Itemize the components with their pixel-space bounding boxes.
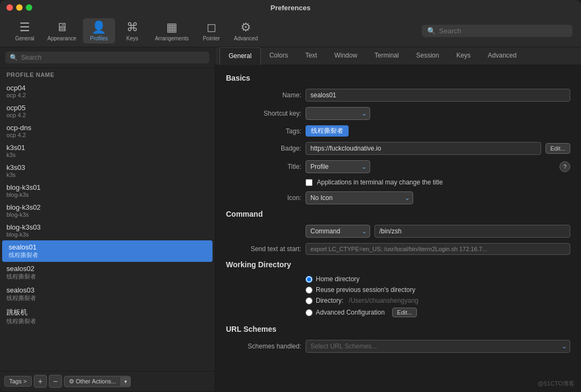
toolbar-item-profiles[interactable]: 👤 Profiles <box>83 18 115 44</box>
title-help-button[interactable]: ? <box>559 161 570 172</box>
badge-edit-button[interactable]: Edit... <box>545 143 570 154</box>
tab-keys[interactable]: Keys <box>448 47 479 65</box>
toolbar-search[interactable]: 🔍 <box>422 25 572 37</box>
appearance-icon: 🖥 <box>56 20 68 34</box>
shortcut-select[interactable] <box>306 107 370 120</box>
tag-badge[interactable]: 线程撕裂者 <box>306 125 349 137</box>
send-text-row: Send text at start: <box>226 243 570 255</box>
main-content: 🔍 Profile Name ocp04 ocp 4.2 ocp05 ocp 4… <box>0 47 581 391</box>
toolbar-item-pointer[interactable]: ◻ Pointer <box>195 18 228 44</box>
toolbar-label-arrangements: Arrangements <box>155 35 189 41</box>
tab-advanced[interactable]: Advanced <box>479 47 525 65</box>
badge-label: Badge: <box>226 145 301 152</box>
toolbar-item-keys[interactable]: ⌘ Keys <box>116 18 148 44</box>
send-text-input[interactable] <box>306 243 570 255</box>
advanced-config-label[interactable]: Advanced Configuration <box>316 309 385 316</box>
command-type-select[interactable]: Command <box>306 225 370 238</box>
list-item[interactable]: ocp-dns ocp 4.2 <box>0 121 215 141</box>
title-change-checkbox[interactable] <box>306 179 313 186</box>
directory-radio[interactable] <box>306 297 313 304</box>
toolbar-items: ☰ General 🖥 Appearance 👤 Profiles ⌘ Keys… <box>9 18 420 44</box>
icon-label: Icon: <box>226 194 301 202</box>
toolbar-item-general[interactable]: ☰ General <box>9 18 41 44</box>
remove-profile-button[interactable]: − <box>49 375 62 388</box>
toolbar-item-advanced[interactable]: ⚙ Advanced <box>229 18 263 44</box>
tags-button[interactable]: Tags > <box>4 376 32 387</box>
toolbar-label-advanced: Advanced <box>234 35 258 41</box>
tab-session[interactable]: Session <box>407 47 448 65</box>
tab-text[interactable]: Text <box>296 47 325 65</box>
tags-row: Tags: 线程撕裂者 <box>226 125 570 137</box>
name-row: Name: <box>226 89 570 102</box>
toolbar-search-input[interactable] <box>439 27 567 35</box>
reuse-session-radio[interactable] <box>306 287 313 294</box>
schemes-select[interactable]: Select URL Schemes... <box>306 340 570 353</box>
reuse-session-label[interactable]: Reuse previous session's directory <box>316 286 415 294</box>
arrangements-icon: ▦ <box>166 20 178 34</box>
tabs-bar: General Colors Text Window Terminal Sess… <box>215 47 581 65</box>
title-checkbox-row: Applications in terminal may change the … <box>226 179 570 186</box>
profile-list: ocp04 ocp 4.2 ocp05 ocp 4.2 ocp-dns ocp … <box>0 81 215 371</box>
list-item[interactable]: ocp05 ocp 4.2 <box>0 101 215 121</box>
toolbar-label-appearance: Appearance <box>47 35 76 41</box>
sidebar-search-icon: 🔍 <box>10 54 18 61</box>
home-dir-label[interactable]: Home directory <box>316 275 359 283</box>
close-button[interactable] <box>6 4 13 11</box>
tab-colors[interactable]: Colors <box>261 47 297 65</box>
tab-terminal[interactable]: Terminal <box>366 47 407 65</box>
toolbar-item-appearance[interactable]: 🖥 Appearance <box>42 18 82 44</box>
add-profile-button[interactable]: + <box>34 375 47 388</box>
sidebar-footer: Tags > + − ⚙ Other Actions... ▾ <box>0 371 215 391</box>
tab-content: Basics Name: Shortcut key: ⌄ Tags: 线程撕裂者 <box>215 65 581 391</box>
shortcut-row: Shortcut key: ⌄ <box>226 107 570 120</box>
advanced-config-row: Advanced Configuration Edit... <box>306 308 570 317</box>
title-select-wrapper: Profile ⌄ <box>306 160 370 173</box>
send-text-label: Send text at start: <box>226 245 301 253</box>
icon-select[interactable]: No Icon <box>306 191 413 204</box>
directory-label[interactable]: Directory: <box>316 297 343 304</box>
profile-list-header: Profile Name <box>0 68 215 81</box>
working-dir-radio-group: Home directory Reuse previous session's … <box>306 275 570 317</box>
advanced-config-radio[interactable] <box>306 309 313 316</box>
badge-input[interactable] <box>306 142 541 155</box>
profiles-icon: 👤 <box>91 20 106 34</box>
name-input[interactable] <box>306 89 570 102</box>
command-input-row: Command ⌄ <box>306 225 570 238</box>
list-item[interactable]: 跳板机 线程撕裂者 <box>0 305 215 328</box>
sidebar-search-inner[interactable]: 🔍 <box>5 52 209 63</box>
titlebar: Preferences <box>0 0 581 15</box>
toolbar-label-general: General <box>15 35 34 41</box>
minimize-button[interactable] <box>16 4 23 11</box>
schemes-label: Schemes handled: <box>226 343 301 350</box>
list-item[interactable]: blog-k3s03 blog-k3s <box>0 220 215 240</box>
command-section-title: Command <box>226 210 570 218</box>
list-item[interactable]: ocp04 ocp 4.2 <box>0 81 215 101</box>
home-dir-radio[interactable] <box>306 276 313 283</box>
list-item[interactable]: sealos02 线程撕裂者 <box>0 262 215 283</box>
directory-row: Directory: /Users/chuanshengyang <box>306 297 570 304</box>
list-item[interactable]: k3s03 k3s <box>0 161 215 181</box>
list-item[interactable]: blog-k3s01 blog-k3s <box>0 181 215 201</box>
advanced-config-edit-button[interactable]: Edit... <box>392 308 417 317</box>
command-input[interactable] <box>374 225 570 238</box>
tab-window[interactable]: Window <box>325 47 366 65</box>
other-actions-button[interactable]: ⚙ Other Actions... ▾ <box>64 376 131 387</box>
titlebar-buttons <box>6 4 32 11</box>
title-input-row: Profile ⌄ ? <box>306 160 570 173</box>
list-item[interactable]: sealos03 线程撕裂者 <box>0 283 215 305</box>
list-item[interactable]: blog-k3s02 blog-k3s <box>0 201 215 220</box>
toolbar-item-arrangements[interactable]: ▦ Arrangements <box>150 18 194 44</box>
title-select[interactable]: Profile <box>306 160 370 173</box>
pointer-icon: ◻ <box>207 20 216 34</box>
home-dir-row: Home directory <box>306 275 570 283</box>
sidebar-search-input[interactable] <box>21 54 205 61</box>
basics-section-title: Basics <box>226 74 570 82</box>
watermark: @51CTO博客 <box>538 380 575 388</box>
maximize-button[interactable] <box>26 4 32 11</box>
url-schemes-section-title: URL Schemes <box>226 325 570 333</box>
tab-general[interactable]: General <box>219 47 261 65</box>
other-actions-arrow: ▾ <box>121 377 130 386</box>
title-checkbox-label[interactable]: Applications in terminal may change the … <box>317 179 443 186</box>
list-item[interactable]: k3s01 k3s <box>0 141 215 161</box>
list-item-sealos01[interactable]: sealos01 线程撕裂者 <box>2 240 212 262</box>
